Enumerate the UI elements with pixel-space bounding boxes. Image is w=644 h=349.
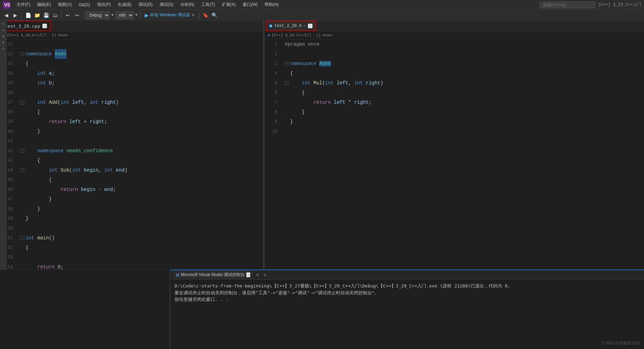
right-breadcrumb-symbol: {} Asen — [316, 33, 332, 37]
fold-btn-32[interactable]: − — [20, 52, 24, 56]
output-tab-main[interactable]: ⊞ Microsoft Visual Studio 调试控制台 ✕ — [173, 270, 253, 280]
left-bottom-area — [0, 269, 170, 349]
right-fold-btn-3[interactable]: − — [285, 62, 289, 66]
app-logo: VS — [3, 1, 10, 9]
platform-select[interactable]: x86 — [115, 11, 134, 19]
left-breadcrumb: ⊕ [C++] 3_29_C++入门 › {} Asen — [0, 31, 263, 39]
sep2 — [61, 12, 62, 19]
activity-icon-1[interactable]: ≡ — [2, 22, 4, 26]
menu-help[interactable]: 帮助(H) — [262, 1, 281, 8]
right-fold-btn-5[interactable]: − — [285, 81, 289, 85]
right-code-line-3: − namespace Asen — [285, 59, 644, 68]
output-tab-icon: ⊞ — [176, 273, 179, 277]
code-line-41 — [20, 136, 263, 146]
code-line-39: return left + right; — [20, 117, 263, 127]
left-tab-close[interactable]: ✕ — [42, 24, 47, 28]
right-code-area: 1 2 3 4 5 6 7 8 9 10 #pragma once — [265, 39, 644, 269]
floating-tab-close[interactable]: ✕ — [308, 24, 313, 28]
code-line-50 — [20, 223, 263, 233]
watermark: CSDN @阿森要自信 — [602, 340, 640, 346]
code-line-51: − int main() — [20, 233, 263, 243]
config-arrow: ▼ — [110, 13, 114, 18]
menu-file[interactable]: 文件(F) — [14, 1, 33, 8]
right-breadcrumb-sep: › — [312, 33, 315, 37]
right-code-line-2 — [285, 49, 644, 59]
menu-window[interactable]: 窗口(W) — [240, 1, 260, 8]
code-line-40: } — [20, 127, 263, 136]
right-code-line-6: { — [285, 88, 644, 98]
menu-extensions[interactable]: 扩展(X) — [219, 1, 239, 8]
search-area: [C++] 3_29_C++入门 — [540, 1, 641, 8]
run-button[interactable]: ▶ 本地 Windows 调试器 ▼ — [143, 11, 197, 19]
save-all-btn[interactable]: 🗂 — [51, 11, 59, 19]
menu-edit[interactable]: 编辑(E) — [34, 1, 54, 8]
output-line-2: 要在调试停止时自动关闭控制台，请启用"工具"->"选项"->"调试"->"调试停… — [175, 290, 640, 296]
code-line-47: } — [20, 194, 263, 204]
activity-icon-5[interactable]: ⊙ — [2, 47, 4, 51]
output-line-1: D:\Code\c-starts-from-the-beginning\【C++… — [175, 283, 640, 290]
code-line-44: − int Sub(int begin, int end) — [20, 165, 263, 175]
menu-tools[interactable]: 工具(T) — [198, 1, 217, 8]
left-breadcrumb-path: [C++] 3_29_C++入门 — [7, 33, 46, 38]
menu-build[interactable]: 生成(B) — [115, 1, 134, 8]
output-tab-close-btn[interactable]: ✕ — [246, 272, 250, 277]
right-code-line-8: } — [285, 107, 644, 117]
fold-btn-44[interactable]: − — [20, 168, 24, 172]
sep5 — [199, 12, 199, 19]
right-breadcrumb: ⊕ [C++] 3_29 C++入门 › {} Asen — [265, 31, 644, 39]
menu-test[interactable]: 测试(S) — [157, 1, 176, 8]
code-line-46: return begin - end; — [20, 185, 263, 194]
right-tab-bar: test_3_29.h ● ✕ — [265, 21, 644, 31]
run-dropdown-icon: ▼ — [191, 13, 195, 17]
left-tab-bar: test_3_29.cpp ✕ — [0, 21, 263, 31]
debug-config-select[interactable]: Debug — [86, 11, 110, 19]
code-line-54: return 0; — [20, 262, 263, 269]
activity-icon-3[interactable]: ⊞ — [2, 34, 4, 38]
output-tab-dropdown-btn[interactable]: ∨ — [262, 273, 268, 277]
menu-analyze[interactable]: 分析(N) — [178, 1, 197, 8]
output-tab-label: Microsoft Visual Studio 调试控制台 — [181, 272, 245, 278]
code-line-36 — [20, 88, 263, 98]
left-tab-active[interactable]: test_3_29.cpp ✕ — [1, 21, 51, 31]
open-btn[interactable]: 📁 — [33, 11, 41, 19]
save-btn[interactable]: 💾 — [42, 11, 50, 19]
code-line-48: } — [20, 204, 263, 214]
forward-btn[interactable]: ▶ — [11, 11, 19, 19]
redo-btn[interactable]: ↪ — [73, 11, 81, 19]
activity-icon-2[interactable]: ◎ — [2, 28, 4, 32]
undo-btn[interactable]: ↩ — [64, 11, 72, 19]
search-input[interactable] — [540, 1, 595, 8]
code-line-38: { — [20, 107, 263, 117]
left-breadcrumb-sep: › — [48, 33, 50, 37]
code-line-35: int b; — [20, 78, 263, 88]
menu-git[interactable]: Git(G) — [76, 2, 93, 8]
fold-btn-42[interactable]: − — [20, 149, 24, 153]
sep3 — [83, 12, 83, 19]
left-code-lines: − namespace Asen { int a; int b; — [17, 39, 263, 269]
run-icon: ▶ — [145, 12, 149, 18]
floating-tab-popup[interactable]: test_3_29.h ● ✕ — [266, 21, 316, 31]
top-right-label: [C++] 3_29_C++入门 — [598, 2, 641, 8]
menu-project[interactable]: 项目(P) — [94, 1, 114, 8]
code-line-37: − int Add(int left, int right) — [20, 98, 263, 107]
back-btn[interactable]: ◀ — [2, 11, 10, 19]
add-output-tab-btn[interactable]: + — [254, 272, 260, 278]
bookmark-btn[interactable]: 🔖 — [202, 11, 210, 19]
code-line-45: { — [20, 175, 263, 185]
left-tab-filename: test_3_29.cpp — [5, 24, 40, 29]
left-code-area: 31 32 33 34 35 36 37 38 39 40 41 42 43 4… — [0, 39, 263, 269]
activity-icon-4[interactable]: ⊗ — [2, 40, 4, 45]
fold-btn-51[interactable]: − — [20, 236, 24, 240]
menu-debug[interactable]: 调试(D) — [136, 1, 155, 8]
new-file-btn[interactable]: 📄 — [24, 11, 32, 19]
output-line-3: 按任意键关闭此窗口. . . — [175, 296, 640, 303]
output-panel: ⊞ Microsoft Visual Studio 调试控制台 ✕ + ∨ D:… — [170, 269, 644, 349]
fold-btn-37[interactable]: − — [20, 100, 24, 104]
output-content: D:\Code\c-starts-from-the-beginning\【C++… — [170, 280, 644, 349]
split-divider[interactable] — [263, 21, 265, 269]
menu-view[interactable]: 视图(V) — [55, 1, 74, 8]
right-editor-pane: test_3_29.h ● ✕ ⊕ [C++] 3_29 C++入门 › {} … — [265, 21, 644, 269]
search-toolbar-btn[interactable]: 🔍 — [211, 11, 219, 19]
left-editor-pane: test_3_29.cpp ✕ ⊕ [C++] 3_29_C++入门 › {} … — [0, 21, 263, 269]
activity-bar: ≡ ◎ ⊞ ⊗ ⊙ — [0, 21, 7, 269]
